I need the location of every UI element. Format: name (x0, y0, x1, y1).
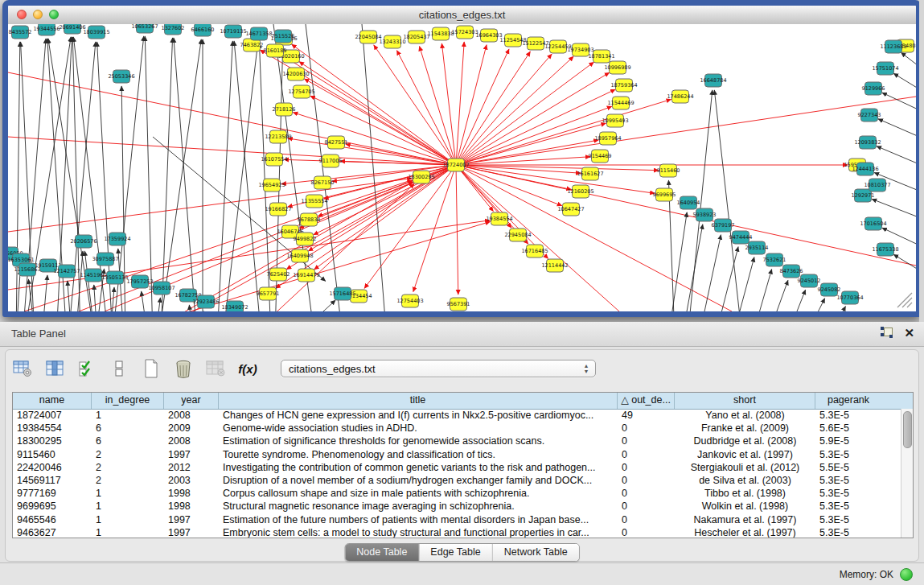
table-cell[interactable]: Dudbridge et al. (2008) (675, 435, 815, 447)
table-row[interactable]: 1938455462009Genome-wide association stu… (13, 422, 901, 435)
table-cell[interactable]: 2009 (164, 422, 219, 435)
table-cell[interactable]: 0 (618, 513, 675, 526)
tab-edge-table[interactable]: Edge Table (419, 544, 492, 561)
window-titlebar[interactable]: citations_edges.txt (8, 6, 916, 25)
table-cell[interactable]: 5.9E-5 (815, 435, 881, 447)
table-cell[interactable]: 2008 (164, 409, 219, 422)
table-cell[interactable]: 2 (92, 474, 164, 487)
table-cell[interactable]: Estimation of the future numbers of pati… (219, 513, 618, 526)
table-row[interactable]: 2242004622012Investigating the contribut… (13, 461, 901, 474)
table-cell[interactable]: Structural magnetic resonance image aver… (219, 500, 618, 513)
table-cell[interactable]: Wolkin et al. (1998) (675, 500, 815, 513)
table-cell[interactable]: 0 (618, 487, 675, 500)
table-cell[interactable]: 5.3E-5 (815, 513, 881, 526)
table-cell[interactable]: 9465546 (13, 513, 92, 526)
table-cell[interactable]: 1998 (164, 500, 219, 513)
column-header[interactable]: year (164, 393, 219, 409)
table-cell[interactable]: Yano et al. (2008) (675, 409, 815, 422)
table-cell[interactable]: 0 (618, 435, 675, 447)
table-cell[interactable]: Stergiakouli et al. (2012) (675, 461, 815, 474)
table-cell[interactable]: Investigating the contribution of common… (219, 461, 618, 474)
table-cell[interactable]: 18724007 (13, 409, 92, 422)
table-cell[interactable]: 22420046 (13, 461, 92, 474)
table-cell[interactable]: Hescheler et al. (1997) (675, 526, 815, 538)
column-header[interactable]: pagerank (815, 393, 881, 409)
close-panel-icon[interactable]: ✕ (904, 327, 914, 339)
table-cell[interactable] (881, 461, 901, 474)
table-cell[interactable]: Disruption of a novel member of a sodium… (219, 474, 618, 487)
table-cell[interactable]: 0 (618, 526, 675, 538)
tab-network-table[interactable]: Network Table (493, 544, 579, 561)
table-cell[interactable] (881, 526, 901, 538)
table-cell[interactable]: 5.3E-5 (815, 409, 881, 422)
table-cell[interactable] (881, 448, 901, 461)
table-cell[interactable]: 2 (92, 461, 164, 474)
table-cell[interactable]: 5.3E-5 (815, 487, 881, 500)
column-header[interactable]: △ out_de... (618, 393, 675, 409)
table-selector-dropdown[interactable]: citations_edges.txt ▲▼ (281, 360, 596, 377)
table-cell[interactable] (881, 409, 901, 422)
table-cell[interactable]: 9699695 (13, 500, 92, 513)
table-cell[interactable] (881, 435, 901, 447)
table-cell[interactable]: 1997 (164, 513, 219, 526)
table-cell[interactable]: 5.5E-5 (815, 461, 881, 474)
table-cell[interactable] (881, 513, 901, 526)
table-cell[interactable]: Changes of HCN gene expression and I(f) … (219, 409, 618, 422)
table-cell[interactable]: Nakamura et al. (1997) (675, 513, 815, 526)
table-cell[interactable]: 19384554 (13, 422, 92, 435)
table-row[interactable]: 969969511998Structural magnetic resonanc… (13, 500, 901, 513)
table-cell[interactable]: 2008 (164, 435, 219, 447)
table-cell[interactable]: 49 (618, 409, 675, 422)
table-row[interactable]: 946362711997Embryonic stem cells: a mode… (13, 526, 901, 538)
table-settings-icon[interactable] (12, 359, 33, 378)
table-cell[interactable]: 2012 (164, 461, 219, 474)
table-cell[interactable]: 0 (618, 461, 675, 474)
table-cell[interactable]: de Silva et al. (2003) (675, 474, 815, 487)
table-cell[interactable]: Estimation of significance thresholds fo… (219, 435, 618, 447)
table-cell[interactable]: 2 (92, 448, 164, 461)
float-window-icon[interactable] (881, 327, 893, 339)
column-header[interactable]: in_degree (92, 393, 164, 409)
table-cell[interactable]: 5.3E-5 (815, 500, 881, 513)
network-view-canvas[interactable]: 1872400718300295193845542294508416716485… (8, 24, 916, 311)
table-cell[interactable]: Franke et al. (2009) (675, 422, 815, 435)
table-cell[interactable]: 5.3E-5 (815, 474, 881, 487)
table-cell[interactable]: 1 (92, 513, 164, 526)
table-row[interactable]: 1456911722003Disruption of a novel membe… (13, 474, 901, 487)
tab-node-table[interactable]: Node Table (345, 544, 419, 561)
table-cell[interactable]: Corpus callosum shape and size in male p… (219, 487, 618, 500)
resize-grip-icon[interactable] (897, 293, 912, 307)
table-cell[interactable]: 1998 (164, 487, 219, 500)
row-stack-icon[interactable] (109, 359, 129, 378)
table-cell[interactable]: 1 (92, 500, 164, 513)
table-cell[interactable]: 14569117 (13, 474, 92, 487)
table-cell[interactable]: 5.6E-5 (815, 422, 881, 435)
table-row[interactable]: 1830029562008Estimation of significance … (13, 435, 901, 447)
table-row[interactable]: 977716911998Corpus callosum shape and si… (13, 487, 901, 500)
table-row[interactable]: 911546021997Tourette syndrome. Phenomeno… (13, 448, 901, 461)
table-cell[interactable]: 0 (618, 448, 675, 461)
new-document-icon[interactable] (141, 359, 162, 378)
show-columns-icon[interactable] (44, 359, 65, 378)
table-cell[interactable]: Tibbo et al. (1998) (675, 487, 815, 500)
table-cell[interactable]: 2003 (164, 474, 219, 487)
table-cell[interactable]: 9777169 (13, 487, 92, 500)
column-header[interactable]: title (219, 393, 618, 409)
table-cell[interactable]: Jankovic et al. (1997) (675, 448, 815, 461)
table-cell[interactable] (881, 500, 901, 513)
table-cell[interactable]: 0 (618, 474, 675, 487)
column-header[interactable]: short (675, 393, 815, 409)
table-cell[interactable]: 5.3E-5 (815, 526, 881, 538)
table-cell[interactable]: 9463627 (13, 526, 92, 538)
table-row[interactable]: 946554611997Estimation of the future num… (13, 513, 901, 526)
table-cell[interactable]: 1 (92, 526, 164, 538)
table-row[interactable]: 1872400712008Changes of HCN gene express… (13, 409, 901, 422)
table-cell[interactable]: 6 (92, 435, 164, 447)
table-cell[interactable]: 1997 (164, 448, 219, 461)
table-cell[interactable]: 1 (92, 409, 164, 422)
table-cell[interactable]: Genome-wide association studies in ADHD. (219, 422, 618, 435)
table-cell[interactable]: 1997 (164, 526, 219, 538)
table-cell[interactable]: Tourette syndrome. Phenomenology and cla… (219, 448, 618, 461)
table-cell[interactable]: 5.3E-5 (815, 448, 881, 461)
table-cell[interactable] (881, 487, 901, 500)
